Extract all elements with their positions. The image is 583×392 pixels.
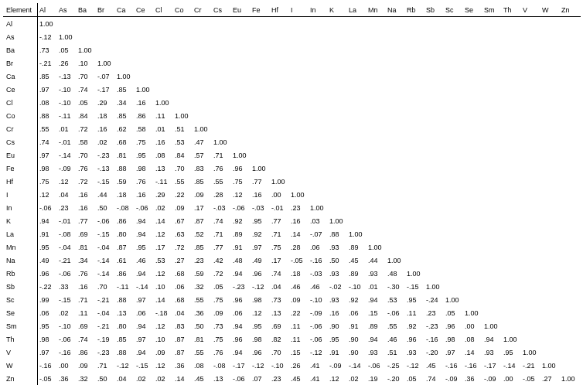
cell: .68 bbox=[117, 135, 136, 148]
cell: .18 bbox=[291, 267, 310, 280]
cell: .92 bbox=[233, 214, 252, 227]
cell: -.15 bbox=[97, 227, 117, 240]
cell bbox=[523, 83, 542, 96]
cell: .08 bbox=[194, 359, 213, 372]
cell bbox=[407, 43, 426, 56]
cell: .41 bbox=[310, 359, 329, 372]
cell bbox=[523, 267, 542, 280]
cell bbox=[194, 109, 213, 122]
col-header: Sm bbox=[484, 3, 503, 17]
cell bbox=[291, 30, 310, 43]
cell: -.10 bbox=[310, 293, 329, 306]
row-label: In bbox=[3, 201, 38, 214]
cell bbox=[271, 96, 291, 109]
cell: .04 bbox=[117, 372, 136, 385]
cell bbox=[252, 148, 271, 162]
cell bbox=[175, 43, 194, 56]
cell bbox=[368, 56, 387, 70]
cell bbox=[349, 56, 368, 70]
cell bbox=[426, 227, 445, 240]
cell: .87 bbox=[175, 332, 194, 346]
cell: .28 bbox=[291, 240, 310, 254]
col-header: Cs bbox=[213, 3, 233, 17]
row-label: Rb bbox=[3, 267, 38, 280]
cell: .86 bbox=[117, 214, 136, 227]
cell: .81 bbox=[117, 148, 136, 162]
cell bbox=[213, 43, 233, 56]
table-row: Na.49-.21.34-.14.61.46.53.27.23.42.48.49… bbox=[3, 254, 581, 267]
cell: .80 bbox=[117, 227, 136, 240]
cell: .70 bbox=[175, 162, 194, 175]
cell bbox=[542, 293, 561, 306]
cell bbox=[503, 319, 523, 332]
table-row: Ca.85-.13.70-.071.00 bbox=[3, 70, 581, 83]
col-header: Ce bbox=[136, 3, 155, 17]
cell: -.17 bbox=[484, 359, 503, 372]
cell: 1.00 bbox=[59, 30, 78, 43]
cell bbox=[291, 96, 310, 109]
cell: .69 bbox=[78, 227, 97, 240]
cell: .71 bbox=[97, 359, 117, 372]
cell bbox=[387, 30, 407, 43]
cell bbox=[465, 188, 484, 201]
cell bbox=[503, 267, 523, 280]
table-row: La.91-.08.69-.15.80.94.12.63.52.71.89.92… bbox=[3, 227, 581, 240]
cell bbox=[561, 214, 581, 227]
cell bbox=[542, 109, 561, 122]
cell: .74 bbox=[78, 83, 97, 96]
cell: .97 bbox=[445, 346, 465, 359]
cell: .02 bbox=[155, 372, 175, 385]
cell: .88 bbox=[117, 293, 136, 306]
row-label: I bbox=[3, 188, 38, 201]
cell: .46 bbox=[291, 280, 310, 293]
cell: -.08 bbox=[59, 227, 78, 240]
cell: .58 bbox=[136, 122, 155, 135]
cell: -.09 bbox=[329, 359, 349, 372]
cell bbox=[561, 162, 581, 175]
cell bbox=[523, 30, 542, 43]
cell bbox=[136, 17, 155, 31]
cell: .69 bbox=[271, 319, 291, 332]
cell: .14 bbox=[175, 372, 194, 385]
cell bbox=[310, 30, 329, 43]
cell: .96 bbox=[252, 267, 271, 280]
cell bbox=[271, 17, 291, 31]
cell: .93 bbox=[368, 267, 387, 280]
cell: .68 bbox=[175, 293, 194, 306]
cell: -.01 bbox=[59, 135, 78, 148]
cell bbox=[523, 227, 542, 240]
cell: 1.00 bbox=[426, 280, 445, 293]
cell bbox=[233, 96, 252, 109]
cell bbox=[407, 254, 426, 267]
cell: .91 bbox=[233, 240, 252, 254]
cell: .55 bbox=[175, 175, 194, 188]
cell bbox=[387, 148, 407, 162]
cell bbox=[523, 319, 542, 332]
row-label: Se bbox=[3, 306, 38, 319]
cell bbox=[465, 162, 484, 175]
cell: .71 bbox=[271, 227, 291, 240]
cell: -.05 bbox=[38, 372, 60, 385]
cell: 1.00 bbox=[155, 96, 175, 109]
cell bbox=[426, 43, 445, 56]
cell: -.08 bbox=[117, 201, 136, 214]
cell: .08 bbox=[38, 96, 60, 109]
cell bbox=[310, 162, 329, 175]
cell: .95 bbox=[38, 240, 60, 254]
cell bbox=[233, 70, 252, 83]
cell: .45 bbox=[426, 359, 445, 372]
cell: .74 bbox=[78, 332, 97, 346]
cell: .76 bbox=[213, 162, 233, 175]
col-header: Cr bbox=[194, 3, 213, 17]
cell: .49 bbox=[38, 254, 60, 267]
cell: .16 bbox=[136, 96, 155, 109]
cell bbox=[329, 162, 349, 175]
cell bbox=[387, 83, 407, 96]
cell bbox=[271, 109, 291, 122]
cell: .45 bbox=[194, 372, 213, 385]
cell: .00 bbox=[503, 372, 523, 385]
cell: .00 bbox=[59, 359, 78, 372]
cell bbox=[465, 293, 484, 306]
cell: .16 bbox=[291, 214, 310, 227]
cell bbox=[503, 109, 523, 122]
